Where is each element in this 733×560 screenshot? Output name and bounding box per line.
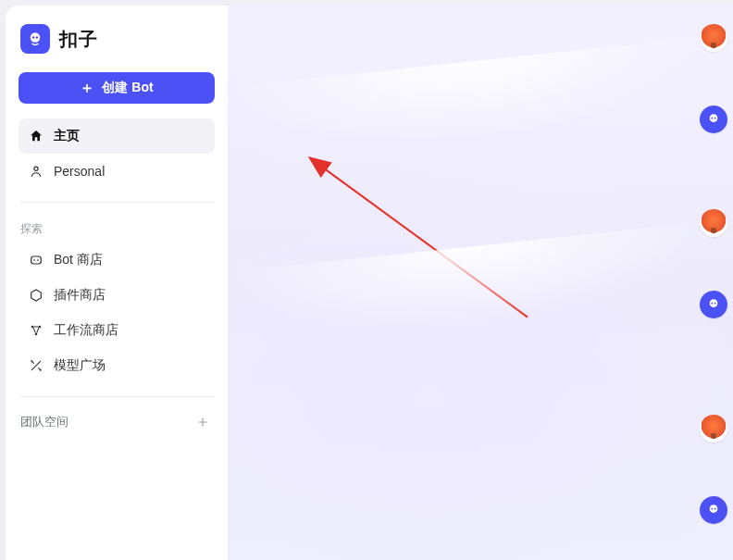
svg-point-21 <box>714 508 716 510</box>
svg-point-19 <box>710 504 718 513</box>
svg-point-5 <box>33 259 35 261</box>
dock-item-bot[interactable] <box>700 496 727 524</box>
svg-line-12 <box>323 168 528 317</box>
svg-rect-4 <box>31 256 42 264</box>
svg-point-17 <box>711 303 713 305</box>
svg-point-2 <box>36 36 38 38</box>
divider <box>20 396 213 397</box>
sidebar-item-label: Bot 商店 <box>54 252 103 268</box>
plus-icon <box>196 416 209 429</box>
svg-point-1 <box>32 36 34 38</box>
svg-point-10 <box>31 360 32 362</box>
svg-point-6 <box>37 259 39 261</box>
sidebar-item-model-plaza[interactable]: 模型广场 <box>19 348 215 383</box>
create-bot-button[interactable]: ＋ 创建 Bot <box>19 72 215 104</box>
plugin-icon <box>28 287 44 304</box>
svg-point-15 <box>714 118 716 119</box>
brand: 扣子 <box>19 22 215 72</box>
svg-point-0 <box>31 32 41 43</box>
sidebar-item-plugin-store[interactable]: 插件商店 <box>19 278 215 313</box>
svg-point-20 <box>711 508 713 510</box>
create-bot-label: 创建 Bot <box>102 80 153 96</box>
svg-point-13 <box>710 114 718 122</box>
team-space-row: 团队空间 <box>19 410 215 434</box>
svg-point-3 <box>34 167 38 170</box>
home-icon <box>28 128 44 144</box>
dock-item-avatar[interactable] <box>700 24 727 52</box>
section-title-explore: 探索 <box>20 221 215 237</box>
team-space-title: 团队空间 <box>20 414 68 430</box>
brand-name: 扣子 <box>59 27 97 52</box>
main-area <box>228 6 733 560</box>
svg-point-9 <box>35 333 38 336</box>
sidebar-item-label: 插件商店 <box>54 287 106 304</box>
right-dock <box>700 24 727 524</box>
sidebar-item-label: 主页 <box>54 128 80 144</box>
person-icon <box>28 163 44 180</box>
sidebar-item-label: 模型广场 <box>54 357 106 374</box>
sidebar-item-home[interactable]: 主页 <box>19 118 215 154</box>
model-icon <box>28 357 44 374</box>
svg-point-7 <box>31 326 34 329</box>
svg-point-8 <box>39 326 42 329</box>
plus-icon: ＋ <box>80 81 94 95</box>
sidebar-item-bot-store[interactable]: Bot 商店 <box>19 243 215 278</box>
dock-item-bot[interactable] <box>700 106 727 133</box>
svg-point-16 <box>710 299 718 307</box>
svg-point-11 <box>40 369 42 371</box>
svg-point-18 <box>714 303 716 305</box>
add-team-button[interactable] <box>193 412 213 432</box>
svg-point-14 <box>711 118 713 119</box>
divider <box>20 202 213 203</box>
dock-item-avatar[interactable] <box>700 209 727 237</box>
sidebar-item-label: 工作流商店 <box>54 322 118 339</box>
annotation-arrow <box>228 6 733 560</box>
brand-logo-icon <box>20 24 50 54</box>
sidebar: 扣子 ＋ 创建 Bot 主页 Personal 探索 Bot 商店 <box>6 6 228 560</box>
sidebar-item-label: Personal <box>54 164 105 179</box>
sidebar-item-workflow-store[interactable]: 工作流商店 <box>19 313 215 348</box>
bot-store-icon <box>28 252 44 268</box>
dock-item-bot[interactable] <box>700 291 727 318</box>
workflow-icon <box>28 322 44 339</box>
sidebar-item-personal[interactable]: Personal <box>19 154 215 189</box>
dock-item-avatar[interactable] <box>700 415 727 442</box>
